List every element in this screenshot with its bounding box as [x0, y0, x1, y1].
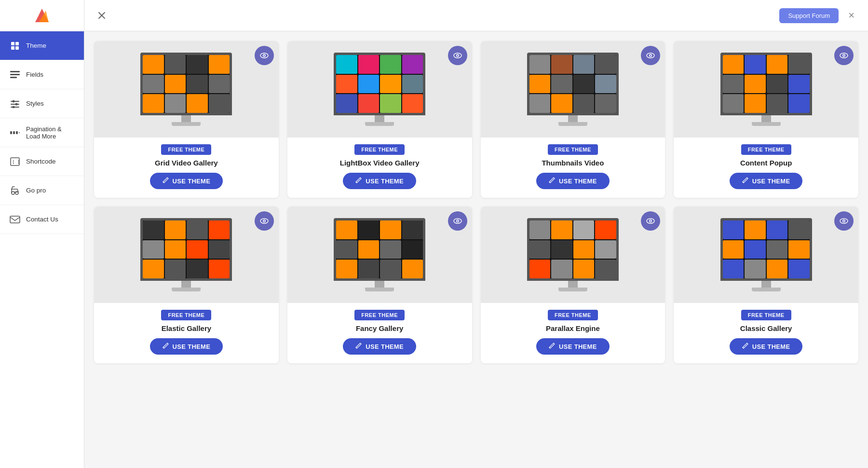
svg-point-28 [263, 55, 265, 56]
svg-rect-8 [10, 77, 17, 78]
themes-content: FREE THEME Grid Video Gallery USE THEME [84, 31, 868, 468]
support-forum-button[interactable]: Support Forum [779, 8, 839, 23]
screen-cell [573, 55, 595, 74]
topbar-close-button[interactable] [94, 8, 109, 23]
preview-eye-button[interactable] [255, 211, 274, 231]
theme-card-content-popup: FREE THEME Content Popup USE THEME [674, 41, 858, 198]
preview-eye-button[interactable] [448, 46, 467, 65]
screen-cell [336, 94, 357, 113]
theme-card-parallax-engine: FREE THEME Parallax Engine USE THEME [481, 206, 665, 363]
use-theme-button[interactable]: USE THEME [536, 173, 610, 189]
screen-cell [380, 94, 401, 113]
screen-cell [595, 240, 616, 259]
card-title: Elastic Gallery [162, 324, 211, 332]
svg-rect-23 [10, 216, 20, 223]
screen-cell [551, 75, 572, 94]
use-theme-button[interactable]: USE THEME [730, 173, 803, 189]
main-close-button[interactable]: × [844, 7, 858, 24]
use-theme-button[interactable]: USE THEME [343, 173, 416, 189]
monitor-base [752, 288, 781, 291]
monitor-screen [720, 218, 812, 281]
screen-cell [143, 94, 164, 113]
screen-cell [723, 94, 744, 113]
svg-point-37 [843, 55, 845, 56]
card-preview [287, 41, 472, 138]
sidebar-item-styles[interactable]: Styles [0, 89, 84, 118]
svg-rect-6 [10, 71, 20, 72]
preview-eye-button[interactable] [834, 211, 854, 231]
screen-cell [767, 220, 788, 239]
use-theme-button[interactable]: USE THEME [536, 338, 610, 355]
svg-point-46 [650, 220, 651, 222]
monitor [334, 218, 425, 291]
sidebar-item-contact[interactable]: Contact Us [0, 205, 84, 234]
screen-cell [595, 220, 616, 239]
svg-point-43 [457, 220, 458, 222]
preview-eye-button[interactable] [834, 46, 854, 65]
sidebar-item-shortcode-label: Shortcode [26, 158, 56, 165]
screen-inner [529, 55, 616, 113]
use-theme-button[interactable]: USE THEME [150, 173, 223, 189]
card-preview [674, 206, 858, 303]
svg-rect-7 [10, 74, 20, 75]
sidebar-item-theme[interactable]: Theme [0, 31, 84, 60]
sidebar-item-pagination[interactable]: Pagination & Load More [0, 118, 84, 147]
screen-cell [529, 55, 551, 74]
app-logo[interactable] [0, 0, 84, 31]
screen-cell [529, 260, 551, 278]
preview-eye-button[interactable] [641, 46, 660, 65]
screen-cell [336, 220, 357, 239]
screen-cell [551, 240, 572, 259]
svg-rect-16 [13, 131, 15, 134]
monitor [140, 218, 232, 291]
use-theme-button[interactable]: USE THEME [730, 338, 803, 355]
theme-grid: FREE THEME Grid Video Gallery USE THEME [94, 41, 858, 363]
screen-cell [529, 75, 551, 94]
screen-inner [143, 220, 230, 278]
preview-eye-button[interactable] [448, 211, 467, 231]
screen-cell [187, 260, 208, 278]
screen-cell [143, 260, 164, 278]
preview-eye-button[interactable] [641, 211, 660, 231]
screen-cell [209, 220, 230, 239]
sidebar-item-fields-label: Fields [26, 71, 43, 78]
screen-cell [336, 260, 357, 278]
main-area: Support Forum × [84, 0, 868, 468]
monitor-neck [761, 115, 771, 122]
sidebar-item-shortcode[interactable]: [ ] Shortcode [0, 147, 84, 176]
screen-cell [573, 94, 595, 113]
screen-cell [165, 240, 186, 259]
screen-cell [767, 55, 788, 74]
screen-cell [187, 94, 208, 113]
screen-cell [745, 55, 766, 74]
svg-point-49 [843, 220, 845, 222]
screen-cell [143, 220, 164, 239]
theme-icon [9, 41, 21, 51]
screen-cell [745, 260, 766, 278]
screen-cell [551, 220, 572, 239]
card-preview [94, 206, 279, 303]
sidebar-item-styles-label: Styles [26, 100, 44, 107]
screen-cell [788, 220, 810, 239]
screen-cell [745, 220, 766, 239]
use-theme-button[interactable]: USE THEME [150, 338, 223, 355]
sidebar-item-fields[interactable]: Fields [0, 60, 84, 89]
card-title: Grid Video Gallery [155, 159, 218, 167]
sidebar-item-gopro[interactable]: Go pro [0, 176, 84, 205]
svg-point-10 [13, 100, 15, 102]
monitor-neck [375, 281, 384, 288]
theme-card-grid-video-gallery: FREE THEME Grid Video Gallery USE THEME [94, 41, 279, 198]
topbar-left [94, 8, 109, 23]
free-badge: FREE THEME [548, 310, 598, 320]
free-badge: FREE THEME [161, 310, 211, 320]
preview-eye-button[interactable] [255, 46, 274, 65]
svg-point-12 [15, 103, 18, 105]
screen-cell [143, 75, 164, 94]
use-theme-button[interactable]: USE THEME [343, 338, 416, 355]
screen-cell [745, 240, 766, 259]
svg-rect-15 [10, 131, 12, 134]
styles-icon [9, 99, 21, 108]
screen-cell [573, 220, 595, 239]
screen-cell [573, 260, 595, 278]
pencil-icon [549, 177, 555, 185]
